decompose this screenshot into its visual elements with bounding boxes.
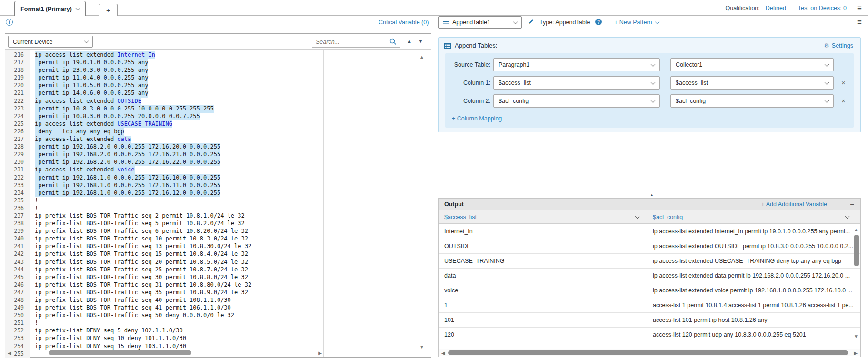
code-line[interactable]: 233 permit ip 192.168.1.0 0.0.0.255 172.… [5,182,415,190]
code-line[interactable]: 235! [5,197,415,205]
output-table-row[interactable]: Internet_Inip access-list extended Inter… [439,224,860,239]
mapping-dropdown[interactable]: $access_list [493,76,660,90]
scrollbar-thumb[interactable] [49,350,191,355]
help-icon[interactable]: ? [595,19,602,25]
editor-horizontal-scrollbar[interactable]: ◀ ▶ [8,350,322,356]
collapse-output-icon[interactable]: ▲ [649,193,655,198]
editor-scroll-down-arrow[interactable]: ▼ [419,345,424,350]
collapse-minus-icon[interactable]: − [850,200,854,208]
code-line[interactable]: 230 permit ip 192.168.2.0 0.0.0.255 172.… [5,159,415,166]
chevron-down-icon[interactable] [845,214,850,219]
tab-format1-primary[interactable]: Format1 (Primary) [14,1,86,16]
output-table-row[interactable]: 101access-list 101 permit ip host 10.8.1… [439,313,860,328]
mapping-dropdown[interactable]: Paragraph1 [493,58,660,71]
code-line[interactable]: 254ip prefix-list DENY seq 15 deny 103.1… [5,343,415,350]
code-line[interactable]: 237ip prefix-list BOS-TOR-Traffic seq 2 … [5,212,415,220]
output-horizontal-scrollbar[interactable]: ◀ ▶ [439,349,860,356]
remove-mapping-button[interactable]: × [841,97,846,105]
line-number: 229 [5,151,30,159]
scroll-right-arrow[interactable]: ▶ [318,350,322,356]
code-line[interactable]: 241ip prefix-list BOS-TOR-Traffic seq 13… [5,243,415,250]
code-line[interactable]: 250ip prefix-list BOS-TOR-Traffic seq 50… [5,312,415,320]
scroll-left-arrow[interactable]: ◀ [441,350,445,356]
menu-icon-pattern[interactable]: ≡ [857,18,862,26]
column-header-access-list[interactable]: $access_list [444,214,477,220]
search-input[interactable] [316,39,389,45]
code-line[interactable]: 220 permit ip 11.0.5.0 0.0.0.255 any [5,82,415,90]
code-line[interactable]: 245ip prefix-list BOS-TOR-Traffic seq 30… [5,274,415,281]
info-icon[interactable]: i [6,19,13,26]
output-table-row[interactable]: USECASE_TRAININGip access-list extended … [439,254,860,269]
remove-mapping-button[interactable]: × [841,79,846,87]
code-line[interactable]: 224 permit ip 10.8.3.0 0.0.0.255 20.0.0.… [5,113,415,120]
code-line[interactable]: 226 deny tcp any any eq bgp [5,128,415,136]
scrollbar-thumb[interactable] [448,350,848,355]
scroll-left-arrow[interactable]: ◀ [8,350,11,356]
code-line[interactable]: 219 permit ip 11.0.4.0 0.0.0.255 any [5,74,415,82]
output-table-row[interactable]: 1access-list 1 permit 10.8.1.4 access-li… [439,298,860,313]
mapping-dropdown[interactable]: $acl_config [670,94,834,108]
new-pattern-button[interactable]: + New Pattern [614,19,659,26]
code-line[interactable]: 242ip prefix-list BOS-TOR-Traffic seq 15… [5,250,415,258]
find-next-button[interactable]: ▼ [418,38,423,44]
code-line[interactable]: 218 permit ip 23.0.3.0 0.0.0.255 any [5,67,415,74]
code-line[interactable]: 239ip prefix-list BOS-TOR-Traffic seq 6 … [5,228,415,235]
output-table-row[interactable]: dataip access-list extended data permit … [439,269,860,283]
menu-icon-top[interactable]: ≡ [857,4,862,12]
find-previous-button[interactable]: ▲ [407,38,412,44]
column-header-acl-config[interactable]: $acl_config [653,214,683,220]
code-line[interactable]: 222ip access-list extended OUTSIDE [5,98,415,105]
code-line[interactable]: 225ip access-list extended USECASE_TRAIN… [5,120,415,128]
code-line[interactable]: 229 permit ip 192.168.2.0 0.0.0.255 172.… [5,151,415,159]
search-icon[interactable] [389,38,397,45]
mapping-dropdown[interactable]: $access_list [670,76,834,90]
output-scroll-down-arrow[interactable]: ▼ [854,334,858,339]
output-table-row[interactable]: voiceip access-list extended voice permi… [439,283,860,298]
test-on-devices-link[interactable]: Test on Devices: 0 [798,5,847,11]
code-viewport[interactable]: 216ip access-list extended Internet_In21… [5,50,431,357]
code-line[interactable]: 247ip prefix-list BOS-TOR-Traffic seq 35… [5,289,415,297]
pattern-select[interactable]: AppendTable1 [438,16,522,29]
add-additional-variable-button[interactable]: + Add Additional Variable [761,201,827,208]
code-line[interactable]: 244ip prefix-list BOS-TOR-Traffic seq 25… [5,266,415,274]
code-line[interactable]: 238ip prefix-list BOS-TOR-Traffic seq 5 … [5,220,415,228]
edit-pencil-icon[interactable] [528,18,535,27]
add-tab-button[interactable]: + [99,4,118,16]
code-line[interactable]: 234 permit ip 192.168.1.0 0.0.0.255 172.… [5,190,415,197]
scroll-right-arrow[interactable]: ▶ [854,350,858,356]
code-line[interactable]: 227ip access-list extended data [5,136,415,143]
critical-variable-link[interactable]: Critical Variable (0) [379,19,429,26]
device-select[interactable]: Current Device [8,36,93,48]
dropdown-value: Collector1 [676,61,702,68]
output-table-row[interactable]: 120access-list 120 permit udp any 10.8.3… [439,328,860,342]
code-line[interactable]: 217 permit ip 19.0.1.0 0.0.0.255 any [5,59,415,67]
code-line[interactable]: 232 permit ip 192.168.1.0 0.0.0.255 172.… [5,174,415,182]
output-vertical-scrollbar-thumb[interactable] [854,235,859,266]
output-scroll-up-arrow[interactable]: ▲ [854,227,858,232]
mapping-dropdown[interactable]: Collector1 [670,58,834,71]
cell-acl-config: ip access-list extended USECASE_TRAINING… [653,258,853,264]
code-line[interactable]: 236! [5,205,415,212]
mapping-dropdown[interactable]: $acl_config [493,94,660,108]
code-line[interactable]: 231ip access-list extended voice [5,166,415,174]
output-table-row[interactable]: OUTSIDEip access-list extended OUTSIDE p… [439,239,860,254]
code-line[interactable]: 252ip prefix-list DENY seq 5 deny 102.1.… [5,327,415,335]
code-line[interactable]: 243ip prefix-list BOS-TOR-Traffic seq 20… [5,259,415,266]
code-line[interactable]: 240ip prefix-list BOS-TOR-Traffic seq 10… [5,235,415,243]
cell-acl-config: ip access-list extended voice permit ip … [653,287,853,294]
chevron-down-icon [75,6,80,10]
code-line[interactable]: 228 permit ip 192.168.2.0 0.0.0.255 172.… [5,143,415,151]
add-column-mapping-button[interactable]: + Column Mapping [452,115,502,122]
code-line[interactable]: 248ip prefix-list BOS-TOR-Traffic seq 40… [5,297,415,304]
editor-scroll-up-arrow[interactable]: ▲ [419,55,424,60]
qualification-value-link[interactable]: Defined [766,5,786,11]
settings-button[interactable]: ⚙ Settings [824,42,853,49]
code-line[interactable]: 249ip prefix-list BOS-TOR-Traffic seq 41… [5,304,415,312]
code-line[interactable]: 221 permit ip 14.0.6.0 0.0.0.255 any [5,90,415,97]
code-line[interactable]: 251! [5,320,415,327]
code-line[interactable]: 216ip access-list extended Internet_In [5,51,415,59]
chevron-down-icon[interactable] [635,214,640,219]
code-line[interactable]: 253ip prefix-list DENY seq 10 deny 101.1… [5,335,415,342]
code-line[interactable]: 223 permit ip 10.8.3.0 0.0.0.255 10.0.0.… [5,105,415,113]
code-line[interactable]: 246ip prefix-list BOS-TOR-Traffic seq 31… [5,281,415,289]
